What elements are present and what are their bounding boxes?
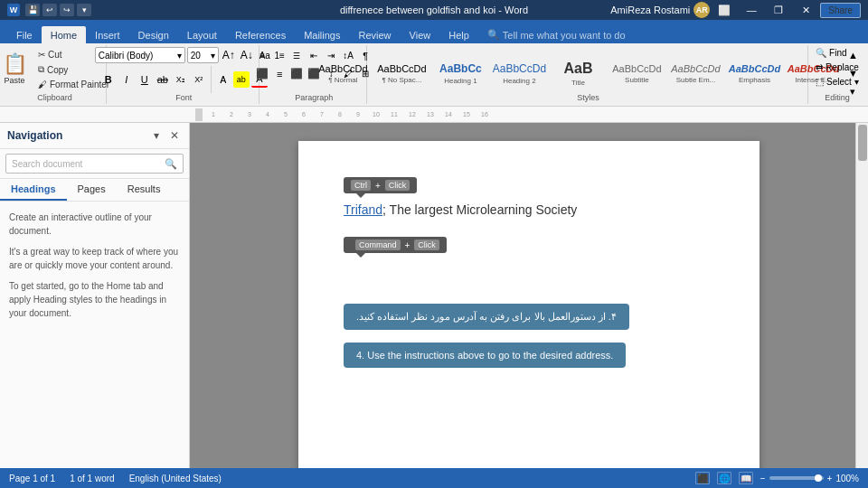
style-heading1[interactable]: AaBbCc Heading 1: [432, 50, 488, 97]
redo-btn[interactable]: ↪: [60, 4, 74, 16]
zoom-level: 100%: [835, 474, 859, 483]
share-btn[interactable]: Share: [820, 3, 861, 18]
tab-file[interactable]: File: [7, 26, 42, 43]
decrease-font-btn[interactable]: A↓: [239, 47, 255, 63]
word-count: 1 of 1 word: [70, 474, 114, 483]
callouts-wrapper: ۴. از دستورالعمل بالا برای رفتن به آدرس …: [344, 304, 714, 368]
tab-home[interactable]: Home: [42, 26, 86, 43]
maximize-btn[interactable]: ❐: [766, 3, 791, 17]
zoom-in-btn[interactable]: +: [827, 474, 833, 483]
minimize-btn[interactable]: —: [739, 3, 764, 17]
undo-btn[interactable]: ↩: [42, 4, 57, 16]
ruler-mark: 5: [277, 111, 295, 117]
tab-mailings[interactable]: Mailings: [295, 26, 349, 43]
font-name-selector[interactable]: Calibri (Body) ▾: [95, 47, 185, 63]
tab-references[interactable]: References: [226, 26, 295, 43]
document-area[interactable]: Ctrl + Click Trifand; The largest Microl…: [190, 123, 868, 468]
style-no-spacing[interactable]: AaBbCcDd ¶ No Spac...: [373, 50, 429, 97]
tab-help[interactable]: Help: [439, 26, 478, 43]
nav-tab-headings[interactable]: Headings: [0, 179, 67, 201]
paste-button[interactable]: 📋 Paste: [0, 47, 33, 92]
status-bar: Page 1 of 1 1 of 1 word English (United …: [0, 468, 868, 488]
style-title[interactable]: AaB Title: [550, 50, 606, 97]
editing-label: Editing: [810, 93, 864, 102]
styles-group: AaBbCcDd ¶ Normal AaBbCcDd ¶ No Spac... …: [369, 45, 808, 104]
increase-font-btn[interactable]: A↑: [221, 47, 237, 63]
customize-btn[interactable]: ▾: [77, 4, 91, 16]
replace-label: Replace: [826, 62, 859, 72]
font-divider: [211, 66, 212, 93]
ribbon: 📋 Paste ✂ Cut ⧉ Copy 🖌 Format Painter Cl…: [0, 43, 868, 107]
font-format-row: B I U ab X₂ X² A ab A: [100, 66, 268, 93]
select-button[interactable]: ⬚ Select ▾: [813, 76, 862, 88]
navigation-panel: Navigation ▾ ✕ Search document 🔍 Heading…: [0, 123, 190, 468]
nav-options-icon[interactable]: ▾: [149, 128, 164, 143]
web-layout-btn[interactable]: 🌐: [717, 472, 731, 484]
style-emphasis-preview: AaBbCcDd: [729, 63, 780, 74]
tab-view[interactable]: View: [401, 26, 440, 43]
replace-button[interactable]: ⇄ Replace: [813, 61, 862, 73]
bold-button[interactable]: B: [100, 71, 117, 88]
language-status[interactable]: English (United States): [129, 474, 222, 483]
tab-layout[interactable]: Layout: [178, 26, 226, 43]
tab-review[interactable]: Review: [350, 26, 401, 43]
ruler-mark: 12: [403, 111, 421, 117]
style-subtitle-preview: AaBbCcDd: [612, 63, 661, 74]
tell-me-input[interactable]: 🔍 Tell me what you want to do: [478, 25, 635, 43]
style-subtitle[interactable]: AaBbCcDd Subtitle: [609, 50, 665, 97]
tab-design[interactable]: Design: [129, 26, 178, 43]
ruler-left-margin: [195, 108, 203, 121]
find-button[interactable]: 🔍 Find: [813, 47, 862, 59]
align-center-btn[interactable]: ≡: [271, 66, 288, 82]
bullets-btn[interactable]: ≡: [254, 48, 270, 64]
subscript-button[interactable]: X₂: [173, 71, 189, 88]
nav-tab-results[interactable]: Results: [117, 179, 172, 201]
nav-search-magnifier: 🔍: [165, 158, 177, 170]
highlight-button[interactable]: ab: [233, 71, 250, 88]
style-subtitle-label: Subtitle: [625, 76, 649, 84]
style-subtle-em[interactable]: AaBbCcDd Subtle Em...: [667, 50, 723, 97]
style-subtle-em-label: Subtle Em...: [676, 76, 716, 84]
user-avatar[interactable]: AR: [693, 2, 710, 18]
superscript-button[interactable]: X²: [191, 71, 207, 88]
english-callout: 4. Use the instructions above to go to t…: [344, 343, 626, 368]
underline-button[interactable]: U: [137, 71, 153, 88]
trifand-link[interactable]: Trifand: [344, 202, 382, 217]
tab-insert[interactable]: Insert: [86, 26, 129, 43]
strikethrough-button[interactable]: ab: [155, 71, 171, 88]
scrollbar-right[interactable]: [855, 123, 868, 468]
read-mode-btn[interactable]: 📖: [739, 472, 753, 484]
ruler-mark: 13: [421, 111, 439, 117]
zoom-out-btn[interactable]: −: [760, 474, 766, 483]
multilevel-btn[interactable]: ☰: [288, 48, 305, 64]
align-right-btn[interactable]: ⬛: [288, 66, 305, 82]
title-bar-right: AmiReza Rostami AR ⬜ — ❐ ✕ Share: [610, 2, 861, 18]
style-normal[interactable]: AaBbCcDd ¶ Normal: [315, 50, 371, 97]
nav-close-icon[interactable]: ✕: [167, 128, 182, 143]
nav-tab-pages[interactable]: Pages: [67, 179, 117, 201]
paste-icon: 📋: [3, 54, 27, 74]
close-btn[interactable]: ✕: [793, 3, 818, 17]
italic-button[interactable]: I: [118, 71, 135, 88]
save-btn[interactable]: 💾: [25, 4, 40, 16]
ruler-mark: 1: [204, 111, 222, 117]
zoom-slider[interactable]: [769, 476, 824, 480]
nav-search-placeholder: Search document: [12, 159, 165, 169]
style-heading2[interactable]: AaBbCcDd Heading 2: [491, 50, 547, 97]
print-layout-btn[interactable]: ⬛: [695, 472, 710, 484]
word-icon: W: [7, 4, 20, 16]
align-left-btn[interactable]: ⬛: [254, 66, 270, 82]
text-effects-button[interactable]: A: [215, 71, 231, 88]
style-emphasis[interactable]: AaBbCcDd Emphasis: [726, 50, 782, 97]
status-right: ⬛ 🌐 📖 − + 100%: [695, 472, 859, 484]
nav-content: Create an interactive outline of your do…: [0, 202, 189, 336]
title-bar-left: W 💾 ↩ ↪ ▾: [7, 4, 91, 16]
nav-search-box[interactable]: Search document 🔍: [5, 154, 184, 174]
style-normal-label: ¶ Normal: [328, 76, 357, 84]
scrollbar-thumb[interactable]: [858, 125, 867, 161]
numbering-btn[interactable]: 1≡: [271, 48, 288, 64]
ribbon-toggle-btn[interactable]: ⬜: [712, 3, 737, 17]
share-label: Share: [828, 5, 853, 15]
font-size-selector[interactable]: 20 ▾: [187, 47, 219, 63]
heading-rest-text: ; The largest Microlearning Society: [382, 202, 577, 217]
